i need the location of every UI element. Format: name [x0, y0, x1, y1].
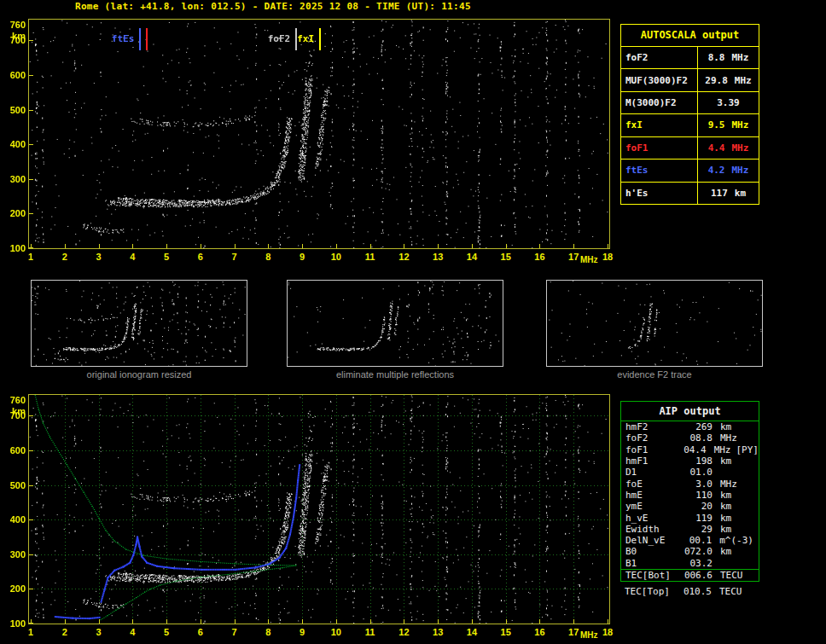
x-axis-label: 3 [90, 252, 108, 262]
x-axis-label: 10 [327, 627, 346, 637]
param-unit: MHz [732, 142, 749, 154]
param-name: foF2 [621, 432, 680, 444]
param-value: 006.6 [680, 570, 713, 581]
y-axis-label: 500 [2, 105, 26, 115]
param-value: 010.5 [679, 586, 712, 597]
param-unit: km [720, 513, 731, 524]
aip-row: Ewidth29km [621, 524, 759, 535]
param-unit: MHz [732, 52, 749, 63]
param-unit: MHz [732, 119, 749, 131]
x-axis-label: 9 [293, 627, 311, 637]
x-axis-label: 2 [55, 627, 74, 637]
param-value: 00.1 [680, 535, 713, 546]
x-axis-label: 10 [327, 252, 346, 262]
x-axis-label: 13 [428, 627, 447, 637]
param-value: 3.39 [717, 97, 740, 108]
param-unit: TECU [719, 586, 742, 597]
bottom-ionogram-canvas [29, 395, 609, 624]
param-name: TEC[Bot] [621, 570, 680, 581]
y-axis-label: 400 [2, 514, 26, 525]
x-axis-label: 8 [259, 252, 277, 262]
aip-row: foF104.4MHz[PY] [621, 444, 759, 455]
marker-line-ftEs [139, 28, 141, 50]
param-name: B1 [621, 558, 680, 569]
x-axis-label: 6 [191, 252, 210, 262]
param-name: ymE [621, 501, 680, 512]
x-axis-label: 7 [225, 252, 244, 262]
thumbnail-f2-canvas [547, 281, 762, 366]
y-axis-label: 300 [2, 174, 26, 184]
param-name: foF2 [621, 47, 698, 68]
thumbnail-original-canvas [32, 281, 247, 366]
param-value: 117 [711, 188, 728, 199]
param-value-cell: 29.8MHz [698, 69, 759, 90]
param-name: D1 [621, 467, 680, 478]
y-axis-label: 760 [2, 395, 26, 405]
x-axis-label: 8 [259, 627, 277, 637]
aip-row: foF208.8MHz [621, 432, 759, 444]
x-axis-label: 5 [157, 627, 176, 637]
param-name: hmF1 [621, 455, 680, 467]
param-value: 9.5 [708, 119, 725, 131]
param-name: B0 [621, 546, 680, 557]
param-name: MUF(3000)F2 [621, 69, 698, 90]
marker-label-foF2: foF2 [268, 33, 291, 44]
autoscala-row: MUF(3000)F229.8MHz [621, 69, 759, 91]
param-name: hmE [621, 490, 680, 501]
param-name: foE [621, 479, 680, 490]
y-axis-label: 200 [2, 208, 26, 218]
param-value: 269 [680, 421, 713, 432]
aip-row: hmE110km [621, 490, 759, 501]
param-unit: MHz [732, 165, 749, 176]
thumbnail-cleaned-ionogram [287, 280, 503, 367]
marker-label-fxI: fxI [297, 33, 314, 44]
param-value-cell: 3.39 [698, 92, 759, 113]
param-value: 29 [680, 524, 713, 535]
aip-row: hmF2269km [621, 421, 759, 432]
x-axis-label: 1 [21, 252, 40, 262]
param-value: 08.8 [680, 432, 713, 444]
aip-row: B0072.0km [621, 546, 759, 557]
param-name: DelN_vE [621, 535, 680, 546]
x-axis-label: 15 [497, 627, 515, 637]
x-axis-label: 2 [55, 252, 74, 262]
aip-row: hmF1198km [621, 455, 759, 467]
x-axis-unit: MHz [580, 630, 598, 640]
y-axis-label: 500 [2, 480, 26, 490]
aip-output-table: AIP output hmF2269kmfoF208.8MHzfoF104.4M… [620, 401, 759, 582]
param-name: h'Es [621, 183, 698, 204]
x-axis-label: 5 [157, 252, 176, 262]
param-value: 20 [680, 501, 713, 512]
aip-table-title: AIP output [621, 402, 759, 421]
x-axis-label: 16 [530, 627, 549, 637]
bottom-ionogram-plot [28, 394, 610, 624]
param-value: 4.2 [708, 165, 725, 176]
aip-row: D101.0 [621, 467, 759, 478]
param-name: foF1 [621, 137, 698, 159]
autoscala-row: foF14.4MHz [621, 137, 759, 160]
y-axis-label: 600 [2, 70, 26, 80]
x-axis-label: 9 [293, 252, 311, 262]
aip-row: B103.2 [621, 558, 759, 569]
y-axis-label: 600 [2, 445, 26, 455]
marker-line-fxI [319, 28, 321, 50]
x-axis-label: 1 [21, 627, 40, 637]
aip-row: DelN_vE00.1m^(-3) [621, 535, 759, 546]
x-axis-label: 15 [497, 252, 515, 262]
param-value-cell: 9.5MHz [698, 114, 759, 136]
param-name: ftEs [621, 160, 698, 181]
x-axis-label: 18 [598, 627, 617, 637]
autoscala-row: ftEs4.2MHz [621, 160, 759, 182]
x-axis-label: 7 [225, 627, 244, 637]
param-name: fxI [621, 114, 698, 136]
x-axis-label: 12 [394, 627, 413, 637]
param-value-cell: 4.2MHz [698, 160, 759, 181]
y-axis-unit: km [2, 31, 26, 41]
param-name: h_vE [621, 513, 680, 524]
marker-line-foF1 [146, 28, 148, 50]
param-unit: MHz [714, 444, 731, 455]
param-unit: MHz [735, 75, 752, 86]
marker-label-ftEs: ftEs [112, 33, 135, 44]
param-value: 8.8 [708, 52, 725, 63]
x-axis-label: 14 [462, 627, 481, 637]
